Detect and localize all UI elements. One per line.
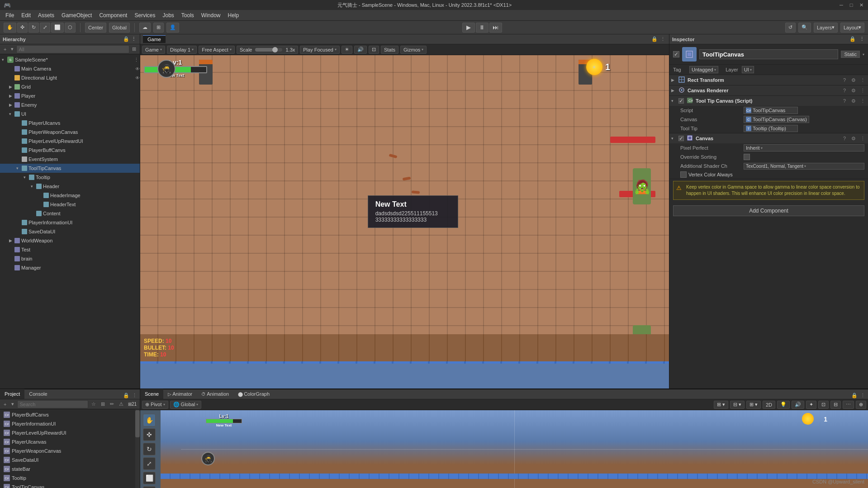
tree-item-tooltip[interactable]: ▾ Tooltip [0,173,140,182]
lighting-btn[interactable]: 💡 [777,401,790,409]
rect-transform-help[interactable]: ? [841,76,848,84]
project-item-2[interactable]: C# PlayerLevelUpRewardUI [0,428,135,437]
project-filter4[interactable]: ⚠ [117,401,125,407]
project-item-3[interactable]: C# PlayerUlcanvas [0,437,135,446]
tree-item-manager[interactable]: Manager [0,263,140,272]
aspect-btn[interactable]: Free Aspect ▾ [199,46,235,54]
brightness-btn[interactable]: ☀ [342,46,352,54]
project-filter2[interactable]: ⊞ [99,401,107,407]
tree-item-header-text[interactable]: HeaderText [0,200,140,209]
game-btn[interactable]: Game ▾ [142,46,165,54]
move-tool[interactable]: ✜ [17,23,28,33]
scene-more-btn[interactable]: ⋯ [843,401,854,409]
scene-menu-icon[interactable]: ⋮ [859,392,866,399]
tree-item-ui[interactable]: ▾ UI [0,109,140,118]
tab-animation[interactable]: ⏱Animation [197,389,233,399]
hdr-btn[interactable]: ⊡ [369,46,379,54]
tooltip-script-settings[interactable]: ⚙ [850,97,857,104]
tree-item-header[interactable]: ▾ Header [0,182,140,191]
tooltip-script-header[interactable]: ▾ ✓ C# Tool Tip Canvas (Script) ? ⚙ ⋮ [669,96,868,106]
menu-services[interactable]: Services [131,11,159,19]
tree-item-brain[interactable]: brain [0,254,140,263]
canvas-renderer-header[interactable]: ▶ Canvas Renderer ? ⚙ ⋮ [669,85,868,95]
game-menu-icon[interactable]: ⋮ [659,36,666,43]
stats-btn[interactable]: Stats [381,46,398,54]
tooltip-ref[interactable]: T Tooltip (Tooltip) [744,125,798,132]
menu-gameobject[interactable]: GameObject [58,11,95,19]
snap-btn[interactable]: ⊟ ▾ [730,401,745,409]
hierarchy-lock-icon[interactable]: 🔒 [123,36,130,43]
tree-item-grid[interactable]: ▶ Grid [0,82,140,91]
add-hierarchy-btn[interactable]: + [2,46,8,52]
tree-item-tooltip-canvas[interactable]: ▾ ToolTipCanvas [0,164,140,173]
tree-item-event-system[interactable]: EventSystem [0,155,140,164]
tooltip-script-help[interactable]: ? [841,97,848,104]
tree-item-world-weapon[interactable]: ▶ WorldWeapon [0,236,140,245]
tooltip-script-more[interactable]: ⋮ [859,97,866,104]
layers-btn[interactable]: Layers ▾ [814,23,838,33]
menu-jobs[interactable]: Jobs [159,11,177,19]
rotate-tool-btn[interactable]: ↻ [143,443,156,455]
override-sorting-checkbox[interactable] [744,154,750,160]
view-options-btn[interactable]: ⊞ ▾ [746,401,761,409]
project-item-7[interactable]: C# Tooltip [0,474,135,483]
tab-game[interactable]: Game [143,35,166,43]
project-arrow-btn[interactable]: ▾ [9,401,16,407]
tree-item-directional-light[interactable]: Directional Light 👁 [0,73,140,82]
hierarchy-search[interactable] [16,45,129,53]
tab-console[interactable]: Console [24,389,52,399]
menu-help[interactable]: Help [224,11,243,19]
tree-item-player[interactable]: ▶ Player [0,91,140,100]
project-item-1[interactable]: C# PlayerInformationUI [0,419,135,428]
services-btn[interactable]: ⊞ [153,23,164,33]
tree-item-enemy[interactable]: ▶ Enemy [0,100,140,109]
layout-btn[interactable]: Layout ▾ [840,23,864,33]
eye-icon-camera[interactable]: 👁 [135,66,140,71]
game-view-canvas[interactable]: 🧟 🧟 🥷 🥷 Lv:1 [140,55,669,389]
canvas-help[interactable]: ? [841,135,848,142]
display-btn[interactable]: Display 1 ▾ [167,46,197,54]
tab-project[interactable]: Project [0,389,24,399]
menu-window[interactable]: Window [198,11,224,19]
tooltip-script-checkbox[interactable]: ✓ [678,98,684,104]
transform-tool[interactable]: ⬡ [65,23,76,33]
project-item-0[interactable]: C# PlayerBuffCanvs [0,410,135,419]
inspector-menu-icon[interactable]: ⋮ [858,36,865,43]
game-lock-icon[interactable]: 🔒 [651,36,658,43]
additional-shader-dropdown[interactable]: TexCoord1, Normal, Tangent ▾ [744,163,864,170]
obj-name-input[interactable] [699,49,838,59]
collab-btn[interactable]: ☁ [139,23,151,33]
global-btn[interactable]: Global [109,23,130,33]
script-ref[interactable]: C# ToolTipCanvas [744,107,798,114]
project-scroll-thumb[interactable] [135,410,140,437]
rect-tool[interactable]: ⬜ [51,23,64,33]
canvas-renderer-settings[interactable]: ⚙ [850,87,857,94]
tree-scene-root[interactable]: ▾ S SampleScene* ⋮ [0,55,140,64]
account-btn[interactable]: 👤 [166,23,179,33]
2d-btn[interactable]: 2D [763,401,775,409]
hierarchy-arrow-btn[interactable]: ▾ [9,46,15,52]
rect-transform-more[interactable]: ⋮ [859,76,866,84]
scene-gizmos-btn[interactable]: ⊡ [818,401,829,409]
scene-gizmos2-btn[interactable]: ⊟ [830,401,841,409]
tag-dropdown[interactable]: Untagged ▾ [689,66,718,73]
tree-item-save-data[interactable]: SaveDataUI [0,227,140,236]
canvas-renderer-help[interactable]: ? [841,87,848,94]
project-lock-icon[interactable]: 🔒 [123,392,130,399]
vertex-color-checkbox[interactable] [680,171,687,178]
grid-snap-btn[interactable]: ⊞ ▾ [714,401,728,409]
custom-tool-btn[interactable]: ⬡ [143,486,156,488]
project-filter3[interactable]: ✏ [108,401,116,407]
search-btn[interactable]: 🔍 [798,23,811,33]
canvas-more[interactable]: ⋮ [859,135,866,142]
scale-tool-btn[interactable]: ⤢ [143,457,156,470]
global-btn[interactable]: 🌐 Global ▾ [170,401,202,409]
tree-item-player-buff[interactable]: PlayerBuffCanvs [0,146,140,155]
rect-tool-btn[interactable]: ⬜ [143,472,156,484]
menu-edit[interactable]: Edit [18,11,34,19]
play-button[interactable]: ▶ [462,23,475,33]
fx-btn[interactable]: ✦ [806,401,816,409]
rect-transform-settings[interactable]: ⚙ [850,76,857,84]
project-item-6[interactable]: C# stateBar [0,464,135,474]
scene-view-control[interactable]: ⊕ [856,401,866,409]
